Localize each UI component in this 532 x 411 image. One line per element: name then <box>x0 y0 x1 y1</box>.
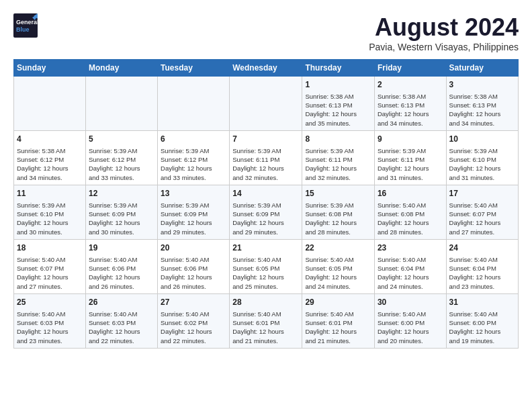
svg-text:Blue: Blue <box>16 26 30 33</box>
day-details: Sunrise: 5:40 AM Sunset: 6:05 PM Dayligh… <box>232 255 299 291</box>
day-number: 26 <box>89 297 154 308</box>
day-details: Sunrise: 5:40 AM Sunset: 6:07 PM Dayligh… <box>449 201 515 236</box>
day-number: 31 <box>449 297 515 308</box>
day-number: 18 <box>17 242 83 254</box>
calendar-week-row: 1Sunrise: 5:38 AM Sunset: 6:13 PM Daylig… <box>14 77 519 131</box>
col-header-saturday: Saturday <box>446 60 518 77</box>
calendar-cell: 29Sunrise: 5:40 AM Sunset: 6:01 PM Dayli… <box>302 293 375 348</box>
calendar-cell: 23Sunrise: 5:40 AM Sunset: 6:04 PM Dayli… <box>374 239 446 293</box>
day-number: 13 <box>161 188 226 199</box>
day-details: Sunrise: 5:40 AM Sunset: 6:03 PM Dayligh… <box>17 310 83 345</box>
calendar-cell <box>230 77 302 131</box>
day-details: Sunrise: 5:38 AM Sunset: 6:12 PM Dayligh… <box>17 146 83 182</box>
day-details: Sunrise: 5:40 AM Sunset: 6:06 PM Dayligh… <box>161 255 226 291</box>
day-number: 7 <box>232 134 299 145</box>
day-number: 3 <box>449 79 515 91</box>
day-number: 22 <box>305 242 371 254</box>
day-details: Sunrise: 5:39 AM Sunset: 6:11 PM Dayligh… <box>232 146 299 182</box>
day-number: 19 <box>89 242 154 254</box>
day-number: 15 <box>305 188 371 199</box>
calendar-cell: 5Sunrise: 5:39 AM Sunset: 6:12 PM Daylig… <box>85 130 157 185</box>
day-number: 29 <box>305 297 371 308</box>
calendar-cell <box>14 77 86 131</box>
day-details: Sunrise: 5:40 AM Sunset: 6:04 PM Dayligh… <box>449 255 515 291</box>
calendar-cell: 11Sunrise: 5:39 AM Sunset: 6:10 PM Dayli… <box>14 185 86 239</box>
calendar-cell <box>158 77 230 131</box>
calendar-cell: 17Sunrise: 5:40 AM Sunset: 6:07 PM Dayli… <box>446 185 518 239</box>
page-header: General Blue August 2024 Pavia, Western … <box>13 13 519 52</box>
col-header-tuesday: Tuesday <box>158 60 230 77</box>
calendar-cell: 9Sunrise: 5:39 AM Sunset: 6:11 PM Daylig… <box>374 130 446 185</box>
col-header-sunday: Sunday <box>14 60 86 77</box>
day-details: Sunrise: 5:39 AM Sunset: 6:12 PM Dayligh… <box>161 146 226 182</box>
day-details: Sunrise: 5:40 AM Sunset: 6:04 PM Dayligh… <box>378 255 443 291</box>
day-number: 9 <box>378 134 443 145</box>
day-details: Sunrise: 5:40 AM Sunset: 6:00 PM Dayligh… <box>378 310 443 345</box>
day-details: Sunrise: 5:38 AM Sunset: 6:13 PM Dayligh… <box>378 92 443 128</box>
col-header-monday: Monday <box>85 60 157 77</box>
day-details: Sunrise: 5:40 AM Sunset: 6:06 PM Dayligh… <box>89 255 154 291</box>
calendar-cell: 21Sunrise: 5:40 AM Sunset: 6:05 PM Dayli… <box>230 239 302 293</box>
day-details: Sunrise: 5:39 AM Sunset: 6:08 PM Dayligh… <box>305 201 371 236</box>
col-header-wednesday: Wednesday <box>230 60 302 77</box>
calendar-cell: 28Sunrise: 5:40 AM Sunset: 6:01 PM Dayli… <box>230 293 302 348</box>
calendar-cell: 19Sunrise: 5:40 AM Sunset: 6:06 PM Dayli… <box>85 239 157 293</box>
calendar-cell: 4Sunrise: 5:38 AM Sunset: 6:12 PM Daylig… <box>14 130 86 185</box>
day-details: Sunrise: 5:40 AM Sunset: 6:05 PM Dayligh… <box>305 255 371 291</box>
day-number: 23 <box>378 242 443 254</box>
day-details: Sunrise: 5:39 AM Sunset: 6:09 PM Dayligh… <box>161 201 226 236</box>
calendar-cell: 2Sunrise: 5:38 AM Sunset: 6:13 PM Daylig… <box>374 77 446 131</box>
day-details: Sunrise: 5:39 AM Sunset: 6:09 PM Dayligh… <box>232 201 299 236</box>
calendar-week-row: 11Sunrise: 5:39 AM Sunset: 6:10 PM Dayli… <box>14 185 519 239</box>
calendar-cell: 20Sunrise: 5:40 AM Sunset: 6:06 PM Dayli… <box>158 239 230 293</box>
calendar-header-row: SundayMondayTuesdayWednesdayThursdayFrid… <box>14 60 519 77</box>
col-header-thursday: Thursday <box>302 60 375 77</box>
day-details: Sunrise: 5:39 AM Sunset: 6:11 PM Dayligh… <box>378 146 443 182</box>
day-details: Sunrise: 5:40 AM Sunset: 6:03 PM Dayligh… <box>89 310 154 345</box>
day-details: Sunrise: 5:40 AM Sunset: 6:00 PM Dayligh… <box>449 310 515 345</box>
day-details: Sunrise: 5:39 AM Sunset: 6:09 PM Dayligh… <box>89 201 154 236</box>
day-number: 5 <box>89 134 154 145</box>
calendar-cell: 14Sunrise: 5:39 AM Sunset: 6:09 PM Dayli… <box>230 185 302 239</box>
calendar-cell: 15Sunrise: 5:39 AM Sunset: 6:08 PM Dayli… <box>302 185 375 239</box>
day-number: 14 <box>232 188 299 199</box>
location-subtitle: Pavia, Western Visayas, Philippines <box>369 42 519 52</box>
calendar-cell: 30Sunrise: 5:40 AM Sunset: 6:00 PM Dayli… <box>374 293 446 348</box>
svg-text:General: General <box>16 19 38 26</box>
day-details: Sunrise: 5:39 AM Sunset: 6:10 PM Dayligh… <box>449 146 515 182</box>
calendar-cell: 1Sunrise: 5:38 AM Sunset: 6:13 PM Daylig… <box>302 77 375 131</box>
day-details: Sunrise: 5:40 AM Sunset: 6:02 PM Dayligh… <box>161 310 226 345</box>
calendar-week-row: 25Sunrise: 5:40 AM Sunset: 6:03 PM Dayli… <box>14 293 519 348</box>
calendar-cell: 31Sunrise: 5:40 AM Sunset: 6:00 PM Dayli… <box>446 293 518 348</box>
day-details: Sunrise: 5:38 AM Sunset: 6:13 PM Dayligh… <box>305 92 371 128</box>
day-number: 1 <box>305 79 371 91</box>
calendar-week-row: 4Sunrise: 5:38 AM Sunset: 6:12 PM Daylig… <box>14 130 519 185</box>
calendar-week-row: 18Sunrise: 5:40 AM Sunset: 6:07 PM Dayli… <box>14 239 519 293</box>
day-number: 10 <box>449 134 515 145</box>
calendar-body: 1Sunrise: 5:38 AM Sunset: 6:13 PM Daylig… <box>14 77 519 349</box>
day-number: 24 <box>449 242 515 254</box>
day-details: Sunrise: 5:40 AM Sunset: 6:01 PM Dayligh… <box>305 310 371 345</box>
logo: General Blue <box>13 13 38 38</box>
day-details: Sunrise: 5:39 AM Sunset: 6:12 PM Dayligh… <box>89 146 154 182</box>
day-number: 17 <box>449 188 515 199</box>
calendar-cell: 13Sunrise: 5:39 AM Sunset: 6:09 PM Dayli… <box>158 185 230 239</box>
day-number: 30 <box>378 297 443 308</box>
title-block: August 2024 Pavia, Western Visayas, Phil… <box>369 13 519 52</box>
calendar-cell: 18Sunrise: 5:40 AM Sunset: 6:07 PM Dayli… <box>14 239 86 293</box>
calendar-cell: 27Sunrise: 5:40 AM Sunset: 6:02 PM Dayli… <box>158 293 230 348</box>
day-details: Sunrise: 5:39 AM Sunset: 6:10 PM Dayligh… <box>17 201 83 236</box>
day-number: 28 <box>232 297 299 308</box>
day-number: 21 <box>232 242 299 254</box>
calendar-cell: 24Sunrise: 5:40 AM Sunset: 6:04 PM Dayli… <box>446 239 518 293</box>
day-number: 11 <box>17 188 83 199</box>
day-details: Sunrise: 5:39 AM Sunset: 6:11 PM Dayligh… <box>305 146 371 182</box>
day-details: Sunrise: 5:40 AM Sunset: 6:01 PM Dayligh… <box>232 310 299 345</box>
calendar-table: SundayMondayTuesdayWednesdayThursdayFrid… <box>13 59 519 349</box>
calendar-cell: 16Sunrise: 5:40 AM Sunset: 6:08 PM Dayli… <box>374 185 446 239</box>
calendar-cell: 8Sunrise: 5:39 AM Sunset: 6:11 PM Daylig… <box>302 130 375 185</box>
day-number: 2 <box>378 79 443 91</box>
day-details: Sunrise: 5:38 AM Sunset: 6:13 PM Dayligh… <box>449 92 515 128</box>
calendar-cell <box>85 77 157 131</box>
calendar-cell: 6Sunrise: 5:39 AM Sunset: 6:12 PM Daylig… <box>158 130 230 185</box>
